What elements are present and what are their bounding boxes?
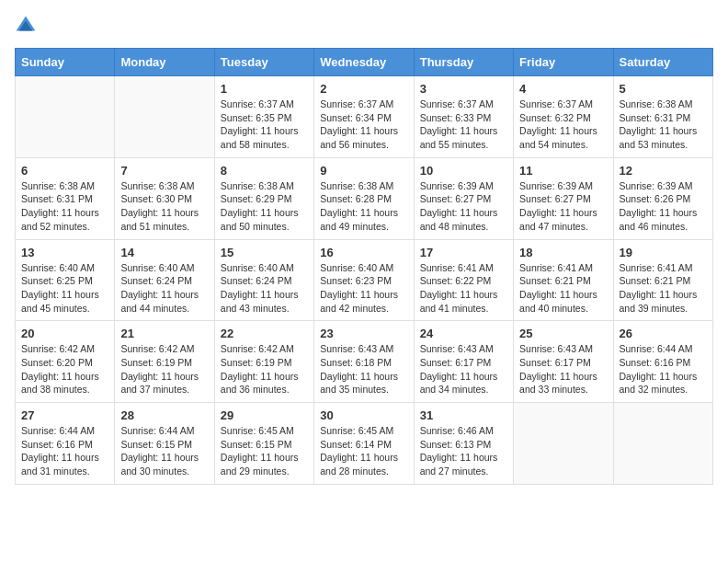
calendar-cell: 10Sunrise: 6:39 AM Sunset: 6:27 PM Dayli… (414, 157, 513, 239)
day-of-week-header: Monday (115, 49, 214, 76)
day-number: 10 (420, 164, 507, 178)
calendar-cell: 21Sunrise: 6:42 AM Sunset: 6:19 PM Dayli… (115, 321, 214, 403)
calendar-cell: 30Sunrise: 6:45 AM Sunset: 6:14 PM Dayli… (314, 403, 414, 485)
day-info: Sunrise: 6:42 AM Sunset: 6:19 PM Dayligh… (120, 342, 208, 396)
day-number: 5 (620, 82, 707, 96)
day-number: 1 (221, 82, 308, 96)
day-number: 6 (21, 164, 108, 178)
day-number: 15 (221, 246, 308, 259)
day-info: Sunrise: 6:39 AM Sunset: 6:27 PM Dayligh… (420, 179, 507, 234)
day-number: 13 (21, 246, 108, 259)
calendar-cell: 18Sunrise: 6:41 AM Sunset: 6:21 PM Dayli… (514, 239, 613, 321)
calendar-table: SundayMondayTuesdayWednesdayThursdayFrid… (15, 48, 713, 485)
calendar-cell: 11Sunrise: 6:39 AM Sunset: 6:27 PM Dayli… (514, 157, 613, 239)
calendar-cell: 9Sunrise: 6:38 AM Sunset: 6:28 PM Daylig… (314, 157, 414, 239)
day-info: Sunrise: 6:45 AM Sunset: 6:14 PM Dayligh… (320, 424, 407, 478)
day-number: 29 (221, 408, 308, 422)
calendar-cell: 15Sunrise: 6:40 AM Sunset: 6:24 PM Dayli… (214, 239, 313, 321)
day-number: 11 (519, 164, 607, 178)
calendar-cell: 16Sunrise: 6:40 AM Sunset: 6:23 PM Dayli… (314, 239, 414, 321)
calendar-cell: 24Sunrise: 6:43 AM Sunset: 6:17 PM Dayli… (414, 321, 513, 403)
calendar-cell: 14Sunrise: 6:40 AM Sunset: 6:24 PM Dayli… (115, 239, 214, 321)
day-info: Sunrise: 6:41 AM Sunset: 6:21 PM Dayligh… (620, 261, 707, 316)
calendar-cell: 20Sunrise: 6:42 AM Sunset: 6:20 PM Dayli… (16, 321, 115, 403)
day-number: 19 (620, 246, 707, 259)
day-info: Sunrise: 6:41 AM Sunset: 6:22 PM Dayligh… (420, 261, 507, 316)
calendar-cell: 25Sunrise: 6:43 AM Sunset: 6:17 PM Dayli… (514, 321, 613, 403)
day-number: 14 (120, 246, 208, 259)
day-number: 20 (21, 327, 108, 340)
day-info: Sunrise: 6:39 AM Sunset: 6:26 PM Dayligh… (620, 179, 707, 234)
calendar-cell: 19Sunrise: 6:41 AM Sunset: 6:21 PM Dayli… (613, 239, 712, 321)
page-header (15, 15, 713, 37)
day-info: Sunrise: 6:38 AM Sunset: 6:30 PM Dayligh… (120, 179, 208, 234)
day-number: 28 (120, 408, 208, 422)
day-info: Sunrise: 6:45 AM Sunset: 6:15 PM Dayligh… (221, 424, 308, 478)
calendar-cell: 4Sunrise: 6:37 AM Sunset: 6:32 PM Daylig… (514, 76, 613, 158)
calendar-cell: 28Sunrise: 6:44 AM Sunset: 6:15 PM Dayli… (115, 403, 214, 485)
day-number: 22 (221, 327, 308, 340)
day-info: Sunrise: 6:37 AM Sunset: 6:35 PM Dayligh… (221, 98, 308, 152)
day-info: Sunrise: 6:37 AM Sunset: 6:34 PM Dayligh… (320, 98, 407, 152)
day-info: Sunrise: 6:38 AM Sunset: 6:29 PM Dayligh… (221, 179, 308, 234)
logo-icon (15, 15, 37, 37)
calendar-cell: 12Sunrise: 6:39 AM Sunset: 6:26 PM Dayli… (613, 157, 712, 239)
calendar-cell: 23Sunrise: 6:43 AM Sunset: 6:18 PM Dayli… (314, 321, 414, 403)
day-info: Sunrise: 6:44 AM Sunset: 6:15 PM Dayligh… (120, 424, 208, 478)
calendar-cell: 6Sunrise: 6:38 AM Sunset: 6:31 PM Daylig… (16, 157, 115, 239)
day-number: 2 (320, 82, 407, 96)
calendar-cell: 13Sunrise: 6:40 AM Sunset: 6:25 PM Dayli… (16, 239, 115, 321)
day-number: 18 (519, 246, 607, 259)
calendar-cell: 31Sunrise: 6:46 AM Sunset: 6:13 PM Dayli… (414, 403, 513, 485)
calendar-cell: 26Sunrise: 6:44 AM Sunset: 6:16 PM Dayli… (613, 321, 712, 403)
day-of-week-header: Saturday (613, 49, 712, 76)
day-info: Sunrise: 6:42 AM Sunset: 6:19 PM Dayligh… (221, 342, 308, 396)
day-number: 3 (420, 82, 507, 96)
day-number: 25 (519, 327, 607, 340)
day-number: 27 (21, 408, 108, 422)
day-info: Sunrise: 6:38 AM Sunset: 6:31 PM Dayligh… (620, 98, 707, 152)
calendar-cell: 2Sunrise: 6:37 AM Sunset: 6:34 PM Daylig… (314, 76, 414, 158)
calendar-cell (115, 76, 214, 158)
day-info: Sunrise: 6:44 AM Sunset: 6:16 PM Dayligh… (620, 342, 707, 396)
day-info: Sunrise: 6:43 AM Sunset: 6:18 PM Dayligh… (320, 342, 407, 396)
calendar-cell: 3Sunrise: 6:37 AM Sunset: 6:33 PM Daylig… (414, 76, 513, 158)
day-number: 8 (221, 164, 308, 178)
day-info: Sunrise: 6:40 AM Sunset: 6:23 PM Dayligh… (320, 261, 407, 316)
day-info: Sunrise: 6:41 AM Sunset: 6:21 PM Dayligh… (519, 261, 607, 316)
day-info: Sunrise: 6:37 AM Sunset: 6:33 PM Dayligh… (420, 98, 507, 152)
calendar-cell (613, 403, 712, 485)
day-info: Sunrise: 6:38 AM Sunset: 6:28 PM Dayligh… (320, 179, 407, 234)
day-info: Sunrise: 6:43 AM Sunset: 6:17 PM Dayligh… (519, 342, 607, 396)
calendar-cell: 5Sunrise: 6:38 AM Sunset: 6:31 PM Daylig… (613, 76, 712, 158)
calendar-cell (16, 76, 115, 158)
day-of-week-header: Sunday (16, 49, 115, 76)
day-number: 26 (620, 327, 707, 340)
day-info: Sunrise: 6:39 AM Sunset: 6:27 PM Dayligh… (519, 179, 607, 234)
calendar-cell: 17Sunrise: 6:41 AM Sunset: 6:22 PM Dayli… (414, 239, 513, 321)
day-number: 31 (420, 408, 507, 422)
day-info: Sunrise: 6:37 AM Sunset: 6:32 PM Dayligh… (519, 98, 607, 152)
day-number: 4 (519, 82, 607, 96)
calendar-header: SundayMondayTuesdayWednesdayThursdayFrid… (16, 49, 713, 76)
day-number: 7 (120, 164, 208, 178)
day-of-week-header: Friday (514, 49, 613, 76)
day-number: 23 (320, 327, 407, 340)
day-info: Sunrise: 6:46 AM Sunset: 6:13 PM Dayligh… (420, 424, 507, 478)
day-number: 12 (620, 164, 707, 178)
day-number: 24 (420, 327, 507, 340)
day-number: 30 (320, 408, 407, 422)
day-of-week-header: Thursday (414, 49, 513, 76)
day-info: Sunrise: 6:42 AM Sunset: 6:20 PM Dayligh… (21, 342, 108, 396)
calendar-cell: 7Sunrise: 6:38 AM Sunset: 6:30 PM Daylig… (115, 157, 214, 239)
day-info: Sunrise: 6:44 AM Sunset: 6:16 PM Dayligh… (21, 424, 108, 478)
calendar-cell: 22Sunrise: 6:42 AM Sunset: 6:19 PM Dayli… (214, 321, 313, 403)
day-number: 21 (120, 327, 208, 340)
day-info: Sunrise: 6:38 AM Sunset: 6:31 PM Dayligh… (21, 179, 108, 234)
day-info: Sunrise: 6:40 AM Sunset: 6:24 PM Dayligh… (221, 261, 308, 316)
calendar-cell (514, 403, 613, 485)
day-of-week-header: Wednesday (314, 49, 414, 76)
day-info: Sunrise: 6:43 AM Sunset: 6:17 PM Dayligh… (420, 342, 507, 396)
logo (15, 15, 40, 37)
calendar-cell: 27Sunrise: 6:44 AM Sunset: 6:16 PM Dayli… (16, 403, 115, 485)
